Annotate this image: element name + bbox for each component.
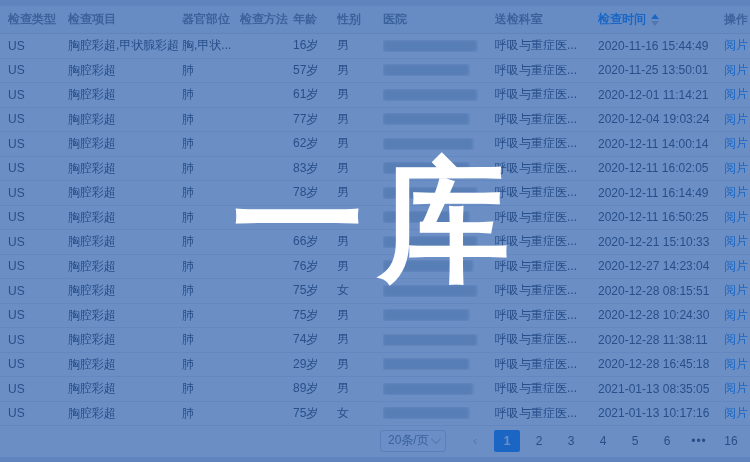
cell-organ: 肺 <box>182 184 240 201</box>
column-header-time[interactable]: 检查时间 <box>598 11 724 28</box>
cell-age: 66岁 <box>293 233 337 250</box>
view-images-link[interactable]: 阅片 <box>724 331 750 348</box>
column-header-label: 检查方法 <box>240 12 288 26</box>
view-images-link[interactable]: 阅片 <box>724 37 750 54</box>
cell-hospital <box>383 358 495 370</box>
column-header-label: 器官部位 <box>182 12 230 26</box>
page-button-1[interactable]: 1 <box>494 430 520 452</box>
cell-type: US <box>8 186 68 200</box>
view-images-link[interactable]: 阅片 <box>724 209 750 226</box>
cell-dept: 呼吸与重症医... <box>495 135 598 152</box>
cell-hospital <box>383 64 495 76</box>
column-header-item: 检查项目 <box>68 11 182 28</box>
cell-type: US <box>8 333 68 347</box>
cell-sex: 男 <box>337 135 383 152</box>
cell-dept: 呼吸与重症医... <box>495 111 598 128</box>
page-button-2[interactable]: 2 <box>526 430 552 452</box>
cell-time: 2020-12-11 14:00:14 <box>598 137 724 151</box>
table-row: US胸腔彩超肺78岁男呼吸与重症医...2020-12-11 16:14:49阅… <box>0 181 750 206</box>
page-size-label: 20条/页 <box>388 432 429 449</box>
table-header-row: 检查类型检查项目器官部位检查方法年龄性别医院送检科室检查时间操作 <box>0 6 750 34</box>
cell-item: 胸腔彩超 <box>68 331 182 348</box>
cell-type: US <box>8 112 68 126</box>
table-row: US胸腔彩超肺83岁男呼吸与重症医...2020-12-11 16:02:05阅… <box>0 157 750 182</box>
view-images-link[interactable]: 阅片 <box>724 62 750 79</box>
column-header-action: 操作 <box>724 11 750 28</box>
cell-sex: 男 <box>337 86 383 103</box>
redacted-hospital-block <box>383 334 477 346</box>
view-images-link[interactable]: 阅片 <box>724 307 750 324</box>
cell-sex: 男 <box>337 160 383 177</box>
redacted-hospital-block <box>383 113 469 125</box>
view-images-link[interactable]: 阅片 <box>724 111 750 128</box>
cell-age: 74岁 <box>293 331 337 348</box>
page-size-select[interactable]: 20条/页 <box>380 430 446 452</box>
sort-caret-up-icon[interactable] <box>651 14 659 19</box>
view-images-link[interactable]: 阅片 <box>724 282 750 299</box>
cell-age: 78岁 <box>293 184 337 201</box>
cell-dept: 呼吸与重症医... <box>495 356 598 373</box>
table-row: US胸腔彩超肺75岁女呼吸与重症医...2020-12-28 08:15:51阅… <box>0 279 750 304</box>
cell-dept: 呼吸与重症医... <box>495 282 598 299</box>
view-images-link[interactable]: 阅片 <box>724 184 750 201</box>
column-header-sex: 性别 <box>337 11 383 28</box>
cell-age: 57岁 <box>293 62 337 79</box>
sort-carets-icon[interactable] <box>651 14 659 26</box>
redacted-hospital-block <box>383 260 473 272</box>
page-button-5[interactable]: 5 <box>622 430 648 452</box>
column-header-method: 检查方法 <box>240 11 293 28</box>
cell-hospital <box>383 309 495 321</box>
cell-organ: 肺 <box>182 331 240 348</box>
column-header-label: 操作 <box>724 12 748 26</box>
cell-type: US <box>8 259 68 273</box>
table-row: US胸腔彩超肺75岁女呼吸与重症医...2021-01-13 10:17:16阅… <box>0 402 750 427</box>
cell-dept: 呼吸与重症医... <box>495 209 598 226</box>
redacted-hospital-block <box>383 358 469 370</box>
view-images-link[interactable]: 阅片 <box>724 380 750 397</box>
column-header-type: 检查类型 <box>8 11 68 28</box>
view-images-link[interactable]: 阅片 <box>724 405 750 422</box>
last-page-button[interactable]: 16 <box>718 430 744 452</box>
more-pages-button[interactable]: ••• <box>686 430 712 452</box>
cell-item: 胸腔彩超,甲状腺彩超 <box>68 37 182 54</box>
column-header-label: 检查类型 <box>8 12 56 26</box>
redacted-hospital-block <box>383 187 477 199</box>
cell-time: 2021-01-13 10:17:16 <box>598 406 724 420</box>
cell-hospital <box>383 89 495 101</box>
table-row: US胸腔彩超肺76岁女呼吸与重症医...2020-12-11 16:50:25阅… <box>0 206 750 231</box>
table-row: US胸腔彩超肺74岁男呼吸与重症医...2020-12-28 11:38:11阅… <box>0 328 750 353</box>
cell-sex: 男 <box>337 233 383 250</box>
prev-page-button[interactable]: ‹ <box>462 430 488 452</box>
table-row: US胸腔彩超肺57岁男呼吸与重症医...2020-11-25 13:50:01阅… <box>0 59 750 84</box>
cell-hospital <box>383 334 495 346</box>
cell-age: 62岁 <box>293 135 337 152</box>
view-images-link[interactable]: 阅片 <box>724 86 750 103</box>
pager-pages: 123456 <box>494 430 680 452</box>
page-button-3[interactable]: 3 <box>558 430 584 452</box>
cell-dept: 呼吸与重症医... <box>495 62 598 79</box>
cell-sex: 男 <box>337 356 383 373</box>
cell-age: 16岁 <box>293 37 337 54</box>
view-images-link[interactable]: 阅片 <box>724 233 750 250</box>
cell-type: US <box>8 63 68 77</box>
cell-time: 2020-12-01 11:14:21 <box>598 88 724 102</box>
cell-item: 胸腔彩超 <box>68 233 182 250</box>
cell-hospital <box>383 113 495 125</box>
cell-type: US <box>8 88 68 102</box>
page-button-6[interactable]: 6 <box>654 430 680 452</box>
view-images-link[interactable]: 阅片 <box>724 258 750 275</box>
cell-item: 胸腔彩超 <box>68 380 182 397</box>
cell-organ: 肺 <box>182 160 240 177</box>
page-button-4[interactable]: 4 <box>590 430 616 452</box>
cell-type: US <box>8 137 68 151</box>
cell-organ: 胸,甲状... <box>182 37 240 54</box>
table-row: US胸腔彩超肺77岁男呼吸与重症医...2020-12-04 19:03:24阅… <box>0 108 750 133</box>
cell-time: 2020-12-28 10:24:30 <box>598 308 724 322</box>
cell-item: 胸腔彩超 <box>68 209 182 226</box>
view-images-link[interactable]: 阅片 <box>724 135 750 152</box>
cell-time: 2021-01-13 08:35:05 <box>598 382 724 396</box>
sort-caret-down-icon[interactable] <box>651 21 659 26</box>
view-images-link[interactable]: 阅片 <box>724 356 750 373</box>
view-images-link[interactable]: 阅片 <box>724 160 750 177</box>
cell-age: 75岁 <box>293 405 337 422</box>
